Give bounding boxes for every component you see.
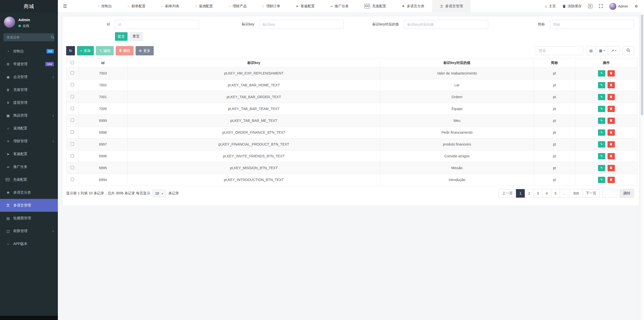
row-checkbox[interactable] (71, 130, 74, 134)
row-edit-button[interactable]: ✎ (598, 141, 605, 148)
page-5[interactable]: 5 (551, 189, 560, 198)
row-checkbox[interactable] (71, 83, 74, 86)
sidebar-item-客服配置[interactable]: ➤ 客服配置 (0, 148, 58, 160)
sidebar-item-常规管理[interactable]: ⚙ 常规管理 new (0, 58, 58, 70)
row-checkbox[interactable] (71, 107, 74, 110)
sidebar-item-会员管理[interactable]: ◉ 会员管理 ‹ (0, 70, 58, 83)
row-checkbox[interactable] (71, 142, 74, 146)
row-delete-button[interactable] (608, 141, 615, 148)
page-上一页[interactable]: 上一页 (499, 189, 516, 198)
tab-刷单列表[interactable]: ○ 刷单列表 (153, 0, 187, 13)
page-4[interactable]: 4 (542, 189, 551, 198)
row-edit-button[interactable]: ✎ (598, 94, 605, 100)
row-edit-button[interactable]: ✎ (598, 129, 605, 136)
row-delete-button[interactable] (608, 118, 615, 124)
delete-button[interactable]: 删除 (116, 46, 134, 55)
more-button[interactable]: ⚙ 更多 (136, 46, 154, 55)
sidebar-item-多语言管理[interactable]: 文 多语言管理 (0, 199, 58, 212)
export-button[interactable]: ↗▾ (608, 46, 620, 55)
language-button[interactable]: 文 (588, 4, 592, 8)
sidebar-item-充值配置[interactable]: CC 充值配置 (0, 173, 58, 186)
row-edit-button[interactable]: ✎ (598, 165, 605, 171)
row-checkbox[interactable] (71, 154, 74, 157)
circle-icon: ○ (229, 4, 231, 8)
filter-input-abbr[interactable] (550, 20, 634, 29)
row-delete-button[interactable] (608, 177, 615, 183)
row-delete-button[interactable] (608, 70, 615, 77)
user-menu[interactable]: Admin (609, 3, 628, 10)
tab-推广任务[interactable]: ∞ 推广任务 (323, 0, 356, 13)
hamburger-icon[interactable]: ☰ (58, 4, 72, 9)
columns-button[interactable]: ▦▾ (596, 46, 608, 55)
tab-刷单配置[interactable]: ○ 刷单配置 (120, 0, 153, 13)
filter-input-id[interactable] (115, 20, 199, 29)
row-delete-button[interactable] (608, 129, 615, 136)
row-checkbox[interactable] (71, 71, 74, 75)
sidebar-item-返佣配置[interactable]: ○ 返佣配置 (0, 122, 58, 135)
sidebar-item-多语言分类[interactable]: ❖ 多语言分类 (0, 186, 58, 199)
sidebar-item-APP版本[interactable]: ○ APP版本 (0, 237, 58, 250)
row-delete-button[interactable] (608, 94, 615, 100)
search-button[interactable] (623, 46, 634, 55)
page-size-select[interactable]: 10 ▲ (152, 190, 166, 197)
sidebar-item-权限管理[interactable]: ◫ 权限管理 ‹ (0, 225, 58, 237)
tab-理财产品[interactable]: ○ 理财产品 (221, 0, 255, 13)
tab-理财订单[interactable]: ○ 理财订单 (254, 0, 288, 13)
cell-key: pt,KEY_ORDER_FINANCE_BTN_TEXT (128, 127, 380, 138)
row-edit-button[interactable]: ✎ (598, 153, 605, 159)
sidebar-item-商品管理[interactable]: ▣ 商品管理 ‹ (0, 109, 58, 122)
refresh-button[interactable]: ↻ (66, 46, 75, 55)
scrollbar[interactable] (640, 13, 644, 320)
sidebar-item-推广任务[interactable]: ∞ 推广任务 (0, 160, 58, 173)
page-2[interactable]: 2 (525, 189, 534, 198)
row-delete-button[interactable] (608, 106, 615, 112)
sidebar-search-input[interactable] (7, 35, 51, 39)
submit-button[interactable]: 提交 (115, 32, 128, 41)
page-1[interactable]: 1 (516, 189, 525, 198)
row-checkbox[interactable] (71, 166, 74, 169)
filter-input-value[interactable] (404, 20, 488, 29)
page-jump-input[interactable] (602, 189, 617, 198)
table-row: 6996 pt,KEY_INVITE_FRIENDS_BTN_TEXT Conv… (66, 150, 638, 162)
sidebar-search[interactable] (4, 33, 54, 41)
filter-input-key[interactable] (259, 20, 344, 29)
row-edit-button[interactable]: ✎ (598, 70, 605, 77)
edit-button[interactable]: ✎ 编辑 (96, 46, 114, 55)
row-checkbox[interactable] (71, 119, 74, 122)
row-checkbox[interactable] (71, 95, 74, 98)
row-delete-button[interactable] (608, 82, 615, 88)
row-delete-button[interactable] (608, 153, 615, 159)
table-search-input[interactable] (536, 46, 583, 55)
clear-cache-button[interactable]: 清除缓存 (562, 4, 582, 9)
row-edit-button[interactable]: ✎ (598, 106, 605, 112)
tab-多语言分类[interactable]: ❖ 多语言分类 (394, 0, 432, 13)
home-button[interactable]: ⌂ 主页 (545, 4, 556, 9)
reset-button[interactable]: 重置 (130, 32, 143, 41)
sidebar-item-提现管理[interactable]: ¥ 提现管理 (0, 96, 58, 109)
row-edit-button[interactable]: ✎ (598, 118, 605, 124)
sidebar-item-充值管理[interactable]: ฿ 充值管理 (0, 83, 58, 96)
detail-view-button[interactable]: ▤ (586, 46, 596, 55)
sidebar-item-控制台[interactable]: ◔ 控制台 hot (0, 45, 58, 58)
row-edit-button[interactable]: ✎ (598, 82, 605, 88)
select-all-checkbox[interactable] (71, 61, 74, 64)
sidebar-item-轮播图管理[interactable]: ▤ 轮播图管理 (0, 212, 58, 225)
tab-控制台[interactable]: ◔ 控制台 (90, 0, 120, 13)
row-edit-button[interactable]: ✎ (598, 177, 605, 183)
row-checkbox[interactable] (71, 178, 74, 181)
tab-充值配置[interactable]: CC 充值配置 (356, 0, 394, 13)
scrollbar-thumb[interactable] (641, 15, 643, 115)
jump-button[interactable]: 跳转 (620, 189, 634, 198)
page-...[interactable]: ... (560, 189, 570, 198)
fullscreen-button[interactable] (599, 4, 603, 8)
sidebar-item-理财管理[interactable]: ≡ 理财管理 ‹ (0, 135, 58, 148)
page-306[interactable]: 306 (570, 189, 582, 198)
page-3[interactable]: 3 (534, 189, 543, 198)
tab-客服配置[interactable]: ➤ 客服配置 (288, 0, 323, 13)
page-下一页[interactable]: 下一页 (582, 189, 600, 198)
row-delete-button[interactable] (608, 165, 615, 171)
tab-返佣配置[interactable]: ○ 返佣配置 (187, 0, 221, 13)
tab-多语言管理[interactable]: 文 多语言管理 (432, 0, 471, 13)
add-button[interactable]: + 添加 (77, 46, 94, 55)
settings-button[interactable]: ⚙ (635, 4, 638, 9)
